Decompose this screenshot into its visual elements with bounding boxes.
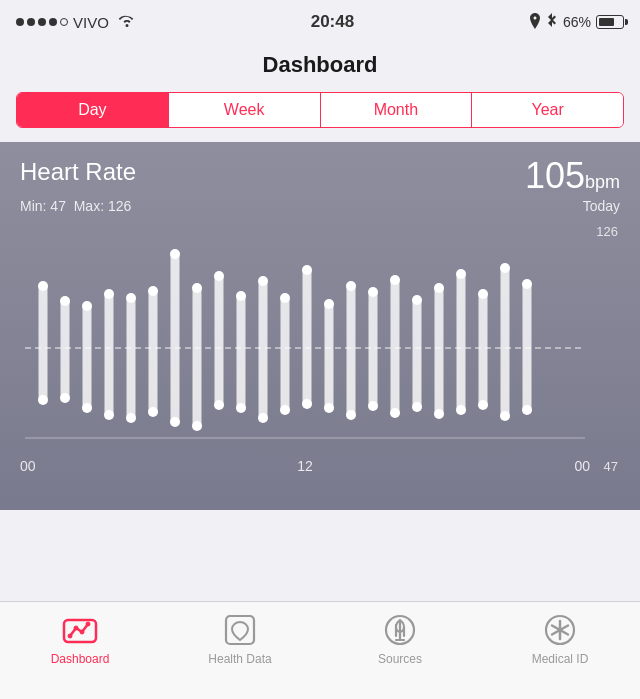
chart-time-end: 00 bbox=[574, 458, 590, 474]
svg-point-21 bbox=[170, 417, 180, 427]
tab-month[interactable]: Month bbox=[321, 93, 473, 127]
signal-dot-2 bbox=[27, 18, 35, 26]
chart-date: Today bbox=[583, 198, 620, 214]
chart-unit: bpm bbox=[585, 172, 620, 192]
svg-point-66 bbox=[500, 411, 510, 421]
chart-time-mid: 12 bbox=[297, 458, 313, 474]
chart-svg bbox=[20, 228, 590, 448]
svg-point-33 bbox=[258, 413, 268, 423]
signal-dots bbox=[16, 18, 68, 26]
svg-point-2 bbox=[38, 281, 48, 291]
location-icon bbox=[529, 13, 541, 32]
svg-point-73 bbox=[74, 626, 78, 630]
wifi-icon bbox=[118, 13, 136, 31]
signal-dot-1 bbox=[16, 18, 24, 26]
chart-time-start: 00 bbox=[20, 458, 36, 474]
chart-area: 126 47 bbox=[20, 224, 620, 474]
nav-sources[interactable]: Sources bbox=[340, 612, 460, 666]
chart-value-display: 105bpm bbox=[525, 158, 620, 194]
medical-id-icon bbox=[542, 612, 578, 648]
svg-point-57 bbox=[434, 409, 444, 419]
chart-label-min: 47 bbox=[596, 459, 618, 474]
svg-point-12 bbox=[104, 410, 114, 420]
svg-point-9 bbox=[82, 403, 92, 413]
svg-point-32 bbox=[258, 276, 268, 286]
chart-meta: Min: 47 Max: 126 Today bbox=[20, 198, 620, 214]
svg-point-15 bbox=[126, 413, 136, 423]
tab-week[interactable]: Week bbox=[169, 93, 321, 127]
svg-point-65 bbox=[500, 263, 510, 273]
chart-x-labels: 00 12 00 bbox=[20, 454, 620, 474]
signal-dot-5 bbox=[60, 18, 68, 26]
svg-point-36 bbox=[280, 405, 290, 415]
svg-point-35 bbox=[280, 293, 290, 303]
svg-point-48 bbox=[368, 401, 378, 411]
carrier-label: VIVO bbox=[73, 14, 109, 31]
nav-dashboard-label: Dashboard bbox=[51, 652, 110, 666]
svg-point-51 bbox=[390, 408, 400, 418]
svg-point-74 bbox=[80, 630, 84, 634]
svg-point-75 bbox=[86, 622, 90, 626]
svg-point-56 bbox=[434, 283, 444, 293]
svg-point-20 bbox=[170, 249, 180, 259]
chart-header: Heart Rate 105bpm bbox=[20, 158, 620, 194]
battery-indicator bbox=[596, 15, 624, 29]
svg-point-44 bbox=[346, 281, 356, 291]
nav-health-data-label: Health Data bbox=[208, 652, 271, 666]
svg-point-45 bbox=[346, 410, 356, 420]
svg-point-11 bbox=[104, 289, 114, 299]
svg-point-23 bbox=[192, 283, 202, 293]
svg-point-5 bbox=[60, 296, 70, 306]
chart-label-max: 126 bbox=[596, 224, 618, 239]
sources-icon bbox=[382, 612, 418, 648]
chart-y-labels: 126 47 bbox=[596, 224, 620, 474]
svg-point-29 bbox=[236, 291, 246, 301]
signal-dot-4 bbox=[49, 18, 57, 26]
svg-point-54 bbox=[412, 402, 422, 412]
bluetooth-icon bbox=[546, 13, 558, 32]
svg-point-6 bbox=[60, 393, 70, 403]
status-time: 20:48 bbox=[311, 12, 354, 32]
svg-point-60 bbox=[456, 405, 466, 415]
chart-min-max: Min: 47 Max: 126 bbox=[20, 198, 131, 214]
svg-point-72 bbox=[68, 634, 72, 638]
status-left: VIVO bbox=[16, 13, 136, 31]
svg-point-24 bbox=[192, 421, 202, 431]
svg-point-42 bbox=[324, 403, 334, 413]
status-right: 66% bbox=[529, 13, 624, 32]
svg-point-18 bbox=[148, 407, 158, 417]
svg-point-41 bbox=[324, 299, 334, 309]
health-data-icon bbox=[222, 612, 258, 648]
svg-point-17 bbox=[148, 286, 158, 296]
svg-point-47 bbox=[368, 287, 378, 297]
status-bar: VIVO 20:48 66% bbox=[0, 0, 640, 44]
svg-point-30 bbox=[236, 403, 246, 413]
chart-title: Heart Rate bbox=[20, 158, 136, 186]
svg-point-8 bbox=[82, 301, 92, 311]
signal-dot-3 bbox=[38, 18, 46, 26]
bottom-nav: Dashboard Health Data Sources bbox=[0, 601, 640, 699]
nav-health-data[interactable]: Health Data bbox=[180, 612, 300, 666]
heart-rate-card: Heart Rate 105bpm Min: 47 Max: 126 Today… bbox=[0, 142, 640, 510]
svg-point-59 bbox=[456, 269, 466, 279]
svg-point-68 bbox=[522, 279, 532, 289]
nav-dashboard[interactable]: Dashboard bbox=[20, 612, 140, 666]
chart-value: 105 bbox=[525, 155, 585, 196]
tab-day[interactable]: Day bbox=[17, 93, 169, 127]
nav-medical-id[interactable]: Medical ID bbox=[500, 612, 620, 666]
svg-point-53 bbox=[412, 295, 422, 305]
svg-point-62 bbox=[478, 289, 488, 299]
svg-point-39 bbox=[302, 399, 312, 409]
svg-point-3 bbox=[38, 395, 48, 405]
nav-medical-id-label: Medical ID bbox=[532, 652, 589, 666]
svg-point-69 bbox=[522, 405, 532, 415]
svg-point-26 bbox=[214, 271, 224, 281]
battery-percent: 66% bbox=[563, 14, 591, 30]
time-period-tabs: Day Week Month Year bbox=[16, 92, 624, 128]
svg-point-38 bbox=[302, 265, 312, 275]
page-title: Dashboard bbox=[0, 44, 640, 92]
tab-year[interactable]: Year bbox=[472, 93, 623, 127]
svg-point-63 bbox=[478, 400, 488, 410]
svg-point-14 bbox=[126, 293, 136, 303]
nav-sources-label: Sources bbox=[378, 652, 422, 666]
